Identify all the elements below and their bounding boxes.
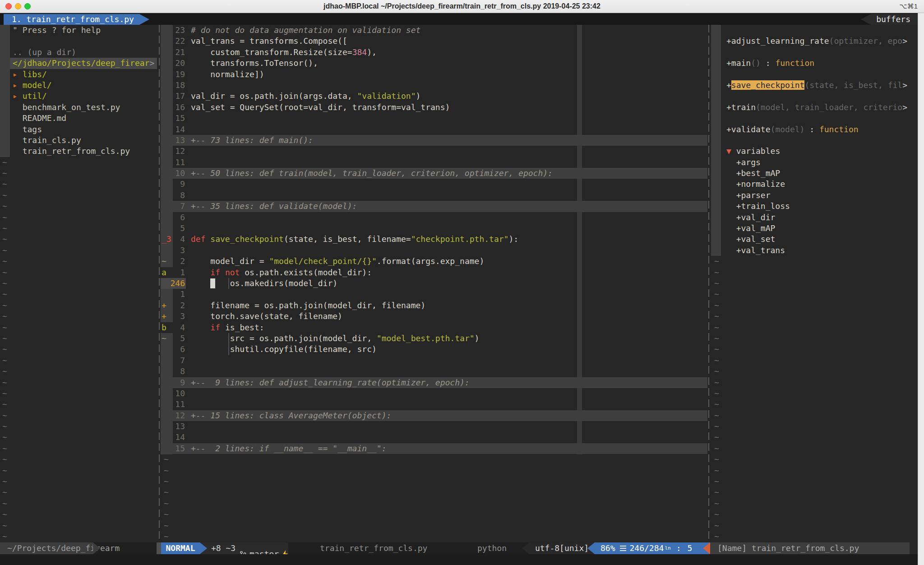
code-line[interactable]: ~5 src = os.path.join(model_dir, "model_… [161, 333, 707, 344]
tree-item[interactable]: " Press ? for help [0, 25, 157, 36]
window-separator-right[interactable] [708, 25, 709, 542]
window-separator-left[interactable] [159, 25, 160, 542]
tree-item[interactable]: ▸ libs/ [0, 69, 157, 80]
tag-item[interactable] [711, 47, 918, 58]
tree-item[interactable]: train_cls.py [0, 135, 157, 146]
tag-item[interactable]: +best_mAP [711, 168, 918, 179]
line-number: 8 [167, 190, 185, 201]
code-line[interactable]: a1 if not os.path.exists(model_dir): [161, 267, 707, 278]
filler-tilde: ~ [0, 245, 157, 256]
tree-item[interactable]: .. (up a dir) [0, 47, 157, 58]
indent-guide [228, 333, 229, 344]
filler-tilde: ~ [0, 509, 157, 520]
code-line[interactable]: 19 normalize]) [161, 69, 707, 80]
code-line[interactable]: 7 [161, 355, 707, 366]
code-line[interactable]: 6 [161, 212, 707, 223]
tree-item[interactable]: </jdhao/Projects/deep_firear> [0, 58, 157, 69]
tag-item[interactable]: +main() : function [711, 58, 918, 69]
code-line[interactable]: 23# do not do data augmentation on valid… [161, 25, 707, 36]
code-line[interactable]: ~2 model_dir = "model/check_point/{}".fo… [161, 256, 707, 267]
code-line[interactable]: 246 os.makedirs(model_dir) [161, 278, 707, 289]
code-line[interactable]: 1 [161, 289, 707, 300]
tree-item[interactable]: ▸ model/ [0, 80, 157, 91]
filler-tilde: ~ [0, 179, 157, 190]
folded-code-line[interactable]: 9+-- 9 lines: def adjust_learning_rate(o… [161, 377, 707, 388]
code-line[interactable]: 18 [161, 80, 707, 91]
filler-tilde: ~ [0, 531, 157, 542]
folded-code-line[interactable]: 12+-- 15 lines: class AverageMeter(objec… [161, 410, 707, 421]
tag-item[interactable]: +val_mAP [711, 223, 918, 234]
code-line[interactable]: 12 [161, 146, 707, 157]
code-line[interactable]: 17val_dir = os.path.join(args.data, "val… [161, 91, 707, 102]
code-line[interactable]: 5 [161, 223, 707, 234]
filler-tilde: ~ [161, 487, 707, 498]
code-line[interactable]: _34def save_checkpoint(state, is_best, f… [161, 234, 707, 245]
code-line[interactable]: 8 [161, 366, 707, 377]
powerline-arrow-left-orange [703, 542, 710, 554]
tag-item[interactable]: +val_set [711, 234, 918, 245]
tree-item[interactable]: tags [0, 124, 157, 135]
tree-item[interactable]: benchmark_on_test.py [0, 102, 157, 113]
code-line[interactable]: 9 [161, 179, 707, 190]
code-line[interactable]: 8 [161, 190, 707, 201]
line-number: 7 [167, 355, 185, 366]
code-line[interactable]: 11 [161, 157, 707, 168]
tag-item[interactable]: +normalize [711, 179, 918, 190]
code-line[interactable]: 21 custom_transform.Resize(size=384), [161, 47, 707, 58]
tree-item[interactable]: train_retr_from_cls.py [0, 146, 157, 157]
tag-item[interactable] [711, 25, 918, 36]
code-line[interactable]: 10 [161, 388, 707, 399]
code-line[interactable]: +2 filename = os.path.join(model_dir, fi… [161, 300, 707, 311]
code-line[interactable]: +3 torch.save(state, filename) [161, 311, 707, 322]
code-line[interactable]: 20 transforms.ToTensor(), [161, 58, 707, 69]
tabline: 1. train_retr_from_cls.py buffers [0, 13, 924, 25]
folded-code-line[interactable]: 15+-- 2 lines: if __name__ == "__main__"… [161, 443, 707, 454]
tag-item[interactable]: ▼ variables [711, 146, 918, 157]
tag-item[interactable] [711, 91, 918, 102]
tag-item[interactable]: +adjust_learning_rate(optimizer, epo> [711, 36, 918, 46]
command-line[interactable] [0, 554, 924, 565]
filler-tilde: ~ [0, 410, 157, 421]
code-line[interactable]: 14 [161, 124, 707, 135]
code-line[interactable]: b4 if is_best: [161, 322, 707, 333]
folded-code-line[interactable]: 7+-- 35 lines: def validate(model): [161, 201, 707, 212]
code-line[interactable]: 11 [161, 399, 707, 410]
filler-tilde: ~ [0, 267, 157, 278]
code-line[interactable]: 6 shutil.copyfile(filename, src) [161, 344, 707, 355]
tree-item[interactable]: README.md [0, 113, 157, 124]
line-number: 2 [167, 256, 185, 267]
mode-indicator: NORMAL [161, 542, 200, 554]
indent-guide [228, 344, 229, 355]
code-line[interactable]: 3 [161, 245, 707, 256]
tree-item[interactable]: ▸ util/ [0, 91, 157, 102]
filler-tilde: ~ [0, 256, 157, 267]
code-editor[interactable]: 23# do not do data augmentation on valid… [161, 25, 707, 542]
line-number: 12 [167, 146, 185, 157]
tag-item[interactable] [711, 69, 918, 80]
code-line[interactable]: 14 [161, 432, 707, 443]
folded-code-line[interactable]: 10+-- 50 lines: def train(model, train_l… [161, 168, 707, 179]
scrollbar-track[interactable] [918, 13, 924, 565]
filler-tilde: ~ [0, 157, 157, 168]
tag-item[interactable]: +validate(model) : function [711, 124, 918, 135]
code-line[interactable]: 15 [161, 113, 707, 124]
tab-train-retr-from-cls[interactable]: 1. train_retr_from_cls.py [4, 14, 149, 25]
tag-item[interactable]: +args [711, 157, 918, 168]
buffers-label[interactable]: buffers [861, 14, 918, 25]
tag-item[interactable]: +val_dir [711, 212, 918, 223]
filler-tilde: ~ [0, 366, 157, 377]
tag-item[interactable]: +train_loss [711, 201, 918, 212]
tree-item[interactable] [0, 36, 157, 46]
tag-item[interactable] [711, 113, 918, 124]
filler-tilde: ~ [711, 300, 918, 311]
tag-item[interactable]: +val_trans [711, 245, 918, 256]
tag-item[interactable]: +train(model, train_loader, criterio> [711, 102, 918, 113]
code-line[interactable]: 16val_set = QuerySet(root=val_dir, trans… [161, 102, 707, 113]
code-line[interactable]: 22val_trans = transforms.Compose([ [161, 36, 707, 46]
code-line[interactable]: 13 [161, 421, 707, 432]
tag-item[interactable]: +save_checkpoint(state, is_best, fil> [711, 80, 918, 91]
folded-code-line[interactable]: 13+-- 73 lines: def main(): [161, 135, 707, 146]
tag-item[interactable]: +parser [711, 190, 918, 201]
tag-item[interactable] [711, 135, 918, 146]
line-number: 17 [167, 91, 185, 102]
